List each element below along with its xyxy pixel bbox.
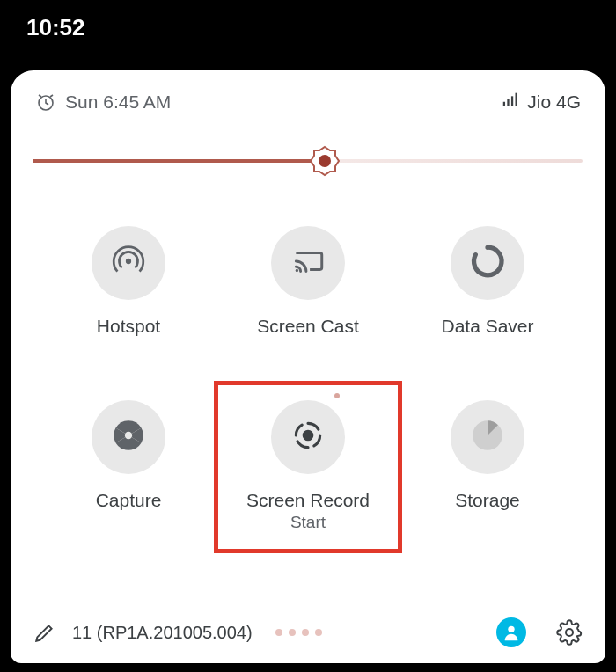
hotspot-icon [110,243,147,283]
slider-thumb[interactable] [309,145,341,177]
record-indicator-dot [334,393,340,398]
tile-hotspot[interactable]: Hotspot [39,226,218,337]
edit-icon[interactable] [33,621,56,644]
alarm-time: Sun 6:45 AM [65,91,171,113]
tile-label: Hotspot [97,316,160,337]
storage-icon [469,417,506,457]
alarm-icon[interactable] [35,91,56,113]
screen-record-icon [290,417,326,457]
data-saver-icon [469,243,506,283]
svg-point-12 [566,629,573,636]
user-avatar[interactable] [496,617,526,647]
tile-label: Storage [455,490,520,511]
svg-rect-2 [508,99,510,106]
slider-fill [33,159,325,163]
svg-point-11 [508,626,514,632]
tile-label: Screen Cast [257,316,359,337]
tile-screen-record[interactable]: Screen Record Start [218,400,398,532]
device-status-bar: 10:52 [0,0,616,62]
svg-point-6 [126,259,131,264]
svg-rect-4 [516,93,517,106]
tile-data-saver[interactable]: Data Saver [398,226,577,337]
tile-sublabel: Start [246,513,370,532]
brightness-slider[interactable] [11,133,605,203]
tile-storage[interactable]: Storage [398,400,577,532]
quick-settings-panel: Sun 6:45 AM Jio 4G [11,70,605,663]
page-indicator [275,629,322,636]
svg-rect-3 [511,96,513,106]
tile-grid: Hotspot Screen Cast [11,203,605,541]
build-number[interactable]: 11 (RP1A.201005.004) [72,623,253,643]
tile-capture[interactable]: Capture [39,400,218,532]
svg-point-9 [303,430,314,442]
tile-label: Capture [96,490,162,511]
network-label: Jio 4G [527,91,581,113]
panel-footer: 11 (RP1A.201005.004) [11,603,605,663]
settings-icon[interactable] [556,619,583,646]
signal-icon [501,90,520,113]
tile-label: Screen Record [246,490,370,511]
tile-label: Data Saver [441,316,533,337]
screen-cast-icon [290,243,326,283]
panel-header: Sun 6:45 AM Jio 4G [11,70,605,133]
tile-screen-cast[interactable]: Screen Cast [218,226,398,337]
svg-point-8 [125,432,132,439]
slider-track [33,159,583,163]
capture-icon [110,417,147,457]
svg-point-7 [296,269,298,272]
clock: 10:52 [26,14,85,41]
svg-rect-1 [503,102,505,106]
svg-point-5 [319,155,331,167]
